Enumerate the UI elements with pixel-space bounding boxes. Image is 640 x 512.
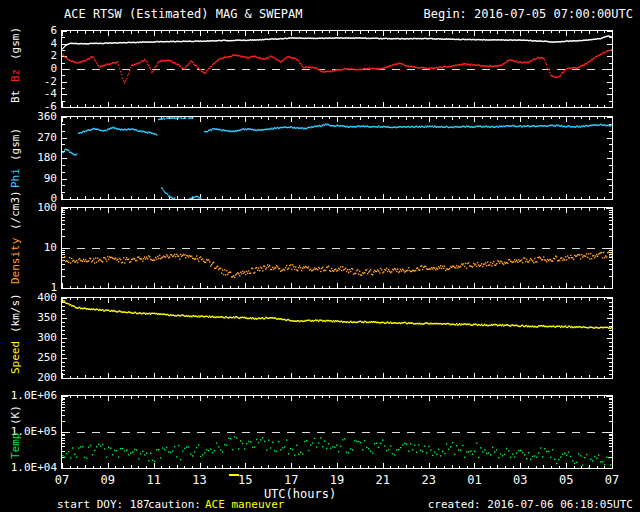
panel-speed-ylabel: Speed(km/s) <box>4 298 28 378</box>
x-tick-label: 05 <box>552 473 580 487</box>
panel-speed-canvas <box>62 298 612 378</box>
x-tick-label: 07 <box>48 473 76 487</box>
x-tick-label: 07 <box>598 473 626 487</box>
panel-temp-ylabel: Temp(K) <box>4 396 28 468</box>
x-tick-label: 09 <box>94 473 122 487</box>
plot-title: ACE RTSW (Estimated) MAG & SWEPAM <box>64 7 302 21</box>
panel-temp-canvas <box>62 396 612 468</box>
panel-temp-frame <box>61 395 613 469</box>
panel-density-frame <box>61 207 613 289</box>
ylabel-part: Bt <box>9 90 22 103</box>
panel-mag-canvas <box>62 31 612 107</box>
x-tick-label: 21 <box>369 473 397 487</box>
panel-mag-ylabel: BtBz(gsm) <box>4 31 28 107</box>
ace-rtsw-plot: ACE RTSW (Estimated) MAG & SWEPAM Begin:… <box>0 0 640 512</box>
ylabel-part: (/cm3) <box>9 190 22 230</box>
panel-speed-frame <box>61 297 613 379</box>
panel-phi-canvas <box>62 117 612 199</box>
begin-timestamp: Begin: 2016-07-05 07:00:00UTC <box>423 7 633 21</box>
start-doy-label: start DOY: 187 <box>57 498 150 511</box>
x-tick-label: 11 <box>140 473 168 487</box>
x-tick-label: 03 <box>506 473 534 487</box>
panel-density-canvas <box>62 208 612 288</box>
ylabel-part: (K) <box>9 405 22 425</box>
ylabel-part: Temp <box>9 433 22 460</box>
x-tick-label: 13 <box>186 473 214 487</box>
created-timestamp: created: 2016-07-06 06:18:05UTC <box>428 498 633 511</box>
ylabel-part: (km/s) <box>9 293 22 333</box>
ylabel-part: Density <box>9 238 22 284</box>
x-tick-label: 01 <box>461 473 489 487</box>
panel-mag-frame <box>61 30 613 108</box>
panel-phi-ylabel: Phi(gsm) <box>4 117 28 199</box>
x-tick-label: 19 <box>323 473 351 487</box>
caution-label: caution: <box>148 498 201 511</box>
panel-density-ylabel: Density(/cm3) <box>4 208 28 288</box>
ylabel-part: (gsm) <box>9 128 22 161</box>
panel-phi-frame <box>61 116 613 200</box>
ylabel-part: Speed <box>9 341 22 374</box>
maneuver-marker <box>229 474 239 476</box>
x-tick-label: 17 <box>277 473 305 487</box>
ylabel-part: Bz <box>9 69 22 82</box>
ylabel-part: Phi <box>9 169 22 189</box>
caution-value: ACE maneuver <box>205 498 284 511</box>
ylabel-part: (gsm) <box>9 27 22 60</box>
x-tick-label: 23 <box>415 473 443 487</box>
